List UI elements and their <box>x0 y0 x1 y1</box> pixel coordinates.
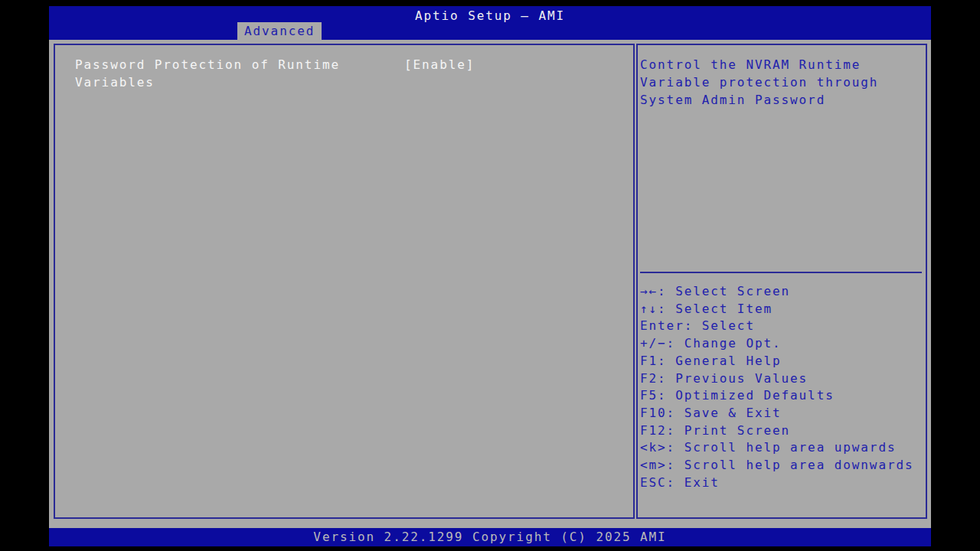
key-hint: F5: Optimized Defaults <box>640 387 925 405</box>
footer-bar: Version 2.22.1299 Copyright (C) 2025 AMI <box>49 528 931 546</box>
setting-item-label: Password Protection of Runtime Variables <box>75 56 412 91</box>
help-panel: Control the NVRAM Runtime Variable prote… <box>636 44 927 519</box>
key-hint: <k>: Scroll help area upwards <box>640 439 925 457</box>
version-text: Version 2.22.1299 Copyright (C) 2025 AMI <box>49 530 931 545</box>
app-title: Aptio Setup – AMI <box>49 8 931 24</box>
key-hint: F10: Save & Exit <box>640 405 925 422</box>
key-hint: F2: Previous Values <box>640 370 925 388</box>
key-hint: ESC: Exit <box>640 474 925 492</box>
key-hint: →←: Select Screen <box>640 283 925 301</box>
key-hint: <m>: Scroll help area downwards <box>640 457 925 474</box>
settings-panel: Password Protection of Runtime Variables… <box>54 44 635 519</box>
key-hints-list: →←: Select Screen ↑↓: Select Item Enter:… <box>640 283 925 491</box>
tab-advanced[interactable]: Advanced <box>237 22 322 40</box>
bios-setup-screen: Aptio Setup – AMI Advanced Password Prot… <box>0 0 980 551</box>
help-description: Control the NVRAM Runtime Variable prote… <box>640 56 923 109</box>
setting-item-value[interactable]: [Enable] <box>404 56 475 73</box>
key-hint: F1: General Help <box>640 353 925 370</box>
help-divider <box>640 272 922 273</box>
key-hint: Enter: Select <box>640 318 925 335</box>
key-hint: +/−: Change Opt. <box>640 335 925 353</box>
key-hint: F12: Print Screen <box>640 422 925 440</box>
key-hint: ↑↓: Select Item <box>640 301 925 318</box>
header-bar: Aptio Setup – AMI Advanced <box>49 6 931 40</box>
